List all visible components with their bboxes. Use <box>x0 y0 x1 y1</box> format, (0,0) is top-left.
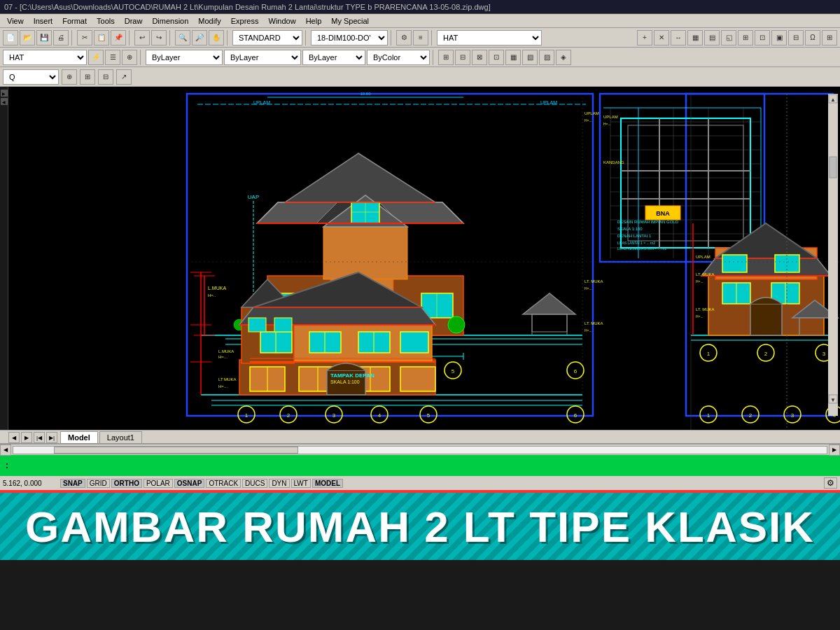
tb-btn-1[interactable]: + <box>637 30 652 46</box>
bycolor-dropdown[interactable]: ByColor <box>367 50 430 65</box>
polar-btn[interactable]: ↗ <box>116 69 132 85</box>
main-viewport[interactable]: L.MUKA H=.. 10.80 1 2 3 4 5 6 UAP <box>8 87 840 430</box>
save-btn[interactable]: 💾 <box>36 30 52 46</box>
cad-svg: L.MUKA H=.. 10.80 1 2 3 4 5 6 UAP <box>8 87 840 430</box>
bylayer3-dropdown[interactable]: ByLayer <box>302 50 365 65</box>
dim-dropdown[interactable]: 18-DIM100-DO' <box>311 30 388 46</box>
tab-nav-prev[interactable]: ◀ <box>8 432 20 443</box>
layer-dropdown[interactable]: HAT <box>3 50 87 65</box>
redo-btn[interactable]: ↪ <box>151 30 167 46</box>
draw-btn5[interactable]: ▦ <box>505 50 521 65</box>
ortho-btn[interactable]: ⊟ <box>98 69 113 85</box>
scroll-right-btn[interactable]: ▶ <box>829 444 840 456</box>
new-btn[interactable]: 📄 <box>3 30 18 46</box>
left-tool-2[interactable]: ◀ <box>1 98 8 105</box>
menu-modify[interactable]: Modify <box>194 16 225 26</box>
grid-btn[interactable]: GRID <box>87 479 110 488</box>
svg-text:UPLAM: UPLAM <box>584 111 599 115</box>
tb-btn-12[interactable]: ⊞ <box>822 30 837 46</box>
menu-express[interactable]: Express <box>227 16 263 26</box>
tb-btn-6[interactable]: ◱ <box>721 30 736 46</box>
h-scroll-track[interactable] <box>13 446 827 454</box>
cut-btn[interactable]: ✂ <box>77 30 92 46</box>
tb-btn-3[interactable]: ↔ <box>671 30 686 46</box>
menu-draw[interactable]: Draw <box>120 16 147 26</box>
menu-help[interactable]: Help <box>302 16 326 26</box>
lwt-btn[interactable]: LWT <box>291 479 311 488</box>
dyn-btn[interactable]: DYN <box>269 479 289 488</box>
model-btn[interactable]: MODEL <box>312 479 343 488</box>
menu-insert[interactable]: Insert <box>29 16 57 26</box>
coord-dropdown[interactable]: Q <box>3 69 59 85</box>
svg-text:UAP: UAP <box>248 194 259 200</box>
zoom2-btn[interactable]: 🔎 <box>192 30 207 46</box>
ducs-btn[interactable]: DUCS <box>242 479 267 488</box>
osnap-btn[interactable]: OSNAP <box>174 479 205 488</box>
tab-nav-end[interactable]: ▶| <box>46 432 57 443</box>
tb-btn-8[interactable]: ⊡ <box>755 30 770 46</box>
bylayer2-dropdown[interactable]: ByLayer <box>224 50 301 65</box>
left-tool-1[interactable]: ▶ <box>1 90 8 97</box>
svg-text:H=...: H=... <box>696 279 704 284</box>
svg-text:LT. MUKA: LT. MUKA <box>696 307 715 312</box>
snap-btn[interactable]: SNAP <box>60 479 85 488</box>
layer-btn3[interactable]: ⊕ <box>122 50 137 65</box>
tb-btn-2[interactable]: ✕ <box>654 30 669 46</box>
h-scroll-thumb[interactable] <box>54 447 298 454</box>
polar-btn[interactable]: POLAR <box>144 479 173 488</box>
grid-btn[interactable]: ⊞ <box>80 69 95 85</box>
tb-btn-5[interactable]: ▤ <box>704 30 720 46</box>
bylayer1-dropdown[interactable]: ByLayer <box>146 50 223 65</box>
draw-btn3[interactable]: ⊠ <box>472 50 487 65</box>
drawing-area[interactable]: ▶ ◀ <box>0 87 840 430</box>
draw-btn2[interactable]: ⊟ <box>455 50 470 65</box>
draw-btn6[interactable]: ▧ <box>522 50 538 65</box>
svg-rect-193 <box>828 94 838 416</box>
draw-btn8[interactable]: ◈ <box>556 50 571 65</box>
paste-btn[interactable]: 📌 <box>111 30 126 46</box>
pan-btn[interactable]: ✋ <box>209 30 224 46</box>
layer-btn2[interactable]: ☰ <box>105 50 120 65</box>
tb-btn-11[interactable]: Ω <box>805 30 820 46</box>
draw-btn1[interactable]: ⊞ <box>438 50 454 65</box>
tb-btn-9[interactable]: ▣ <box>771 30 787 46</box>
standard-dropdown[interactable]: STANDARD <box>232 30 302 46</box>
match-btn[interactable]: ≡ <box>413 30 428 46</box>
hat-dropdown[interactable]: HAT <box>437 30 542 46</box>
settings-icon[interactable]: ⚙ <box>824 477 837 489</box>
zoom-btn[interactable]: 🔍 <box>175 30 190 46</box>
menu-window[interactable]: Window <box>265 16 300 26</box>
otrack-btn[interactable]: OTRACK <box>206 479 241 488</box>
status-bottom-bar: 5.162, 0.000 SNAP GRID ORTHO POLAR OSNAP… <box>0 476 840 490</box>
ortho-btn[interactable]: ORTHO <box>111 479 142 488</box>
properties-btn[interactable]: ⚙ <box>396 30 412 46</box>
draw-btn4[interactable]: ⊡ <box>489 50 504 65</box>
tab-nav-next[interactable]: ▶ <box>21 432 32 443</box>
undo-btn[interactable]: ↩ <box>134 30 150 46</box>
svg-rect-77 <box>400 332 428 353</box>
tb-btn-7[interactable]: ⊞ <box>738 30 753 46</box>
coords-display: 5.162, 0.000 <box>3 479 59 487</box>
menu-view[interactable]: View <box>3 16 28 26</box>
snap-btn[interactable]: ⊕ <box>62 69 77 85</box>
menu-format[interactable]: Format <box>58 16 91 26</box>
svg-rect-78 <box>248 318 266 332</box>
svg-marker-60 <box>239 307 435 325</box>
open-btn[interactable]: 📂 <box>20 30 35 46</box>
menu-my-special[interactable]: My Special <box>327 16 373 26</box>
scroll-left-btn[interactable]: ◀ <box>0 444 11 456</box>
tb-btn-10[interactable]: ⊟ <box>788 30 804 46</box>
print-btn[interactable]: 🖨 <box>53 30 69 46</box>
menu-tools[interactable]: Tools <box>92 16 119 26</box>
tab-layout1[interactable]: Layout1 <box>99 431 142 443</box>
copy-btn[interactable]: 📋 <box>94 30 109 46</box>
tab-model[interactable]: Model <box>60 431 98 443</box>
tab-nav-start[interactable]: |◀ <box>34 432 45 443</box>
menu-dimension[interactable]: Dimension <box>148 16 192 26</box>
layer-btn1[interactable]: ⚡ <box>88 50 104 65</box>
svg-text:H=...: H=... <box>218 384 227 388</box>
tb-btn-4[interactable]: ▦ <box>687 30 703 46</box>
svg-text:3: 3 <box>332 412 336 419</box>
draw-btn7[interactable]: ▨ <box>539 50 554 65</box>
command-line[interactable]: : <box>0 455 840 476</box>
